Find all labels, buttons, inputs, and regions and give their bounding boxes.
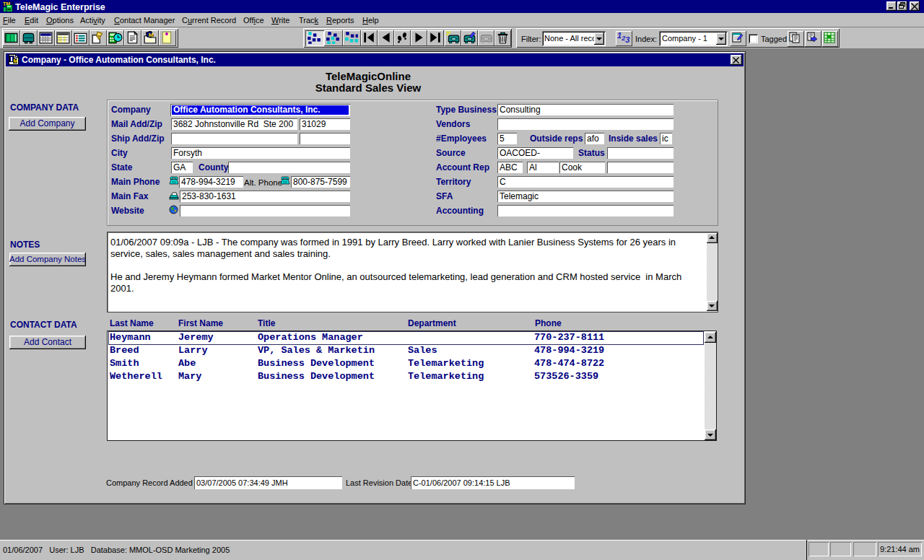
svg-text:M: M xyxy=(149,32,153,38)
svg-text:M: M xyxy=(14,58,18,64)
